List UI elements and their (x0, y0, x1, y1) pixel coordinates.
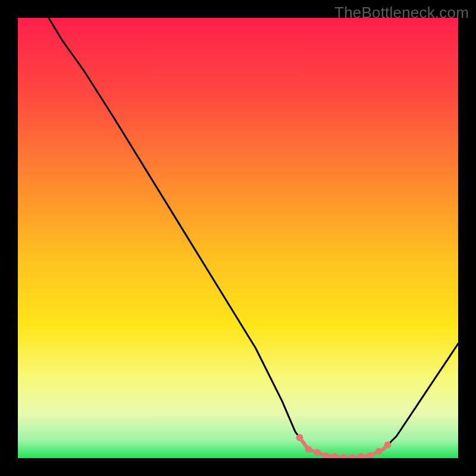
optimal-marker-dot (305, 446, 312, 453)
bottleneck-chart (18, 18, 458, 458)
gradient-plot-area (18, 18, 458, 458)
optimal-marker-dot (384, 441, 392, 449)
optimal-marker-dot (375, 448, 383, 455)
optimal-marker-dot (296, 434, 303, 441)
chart-frame: TheBottleneck.com (0, 0, 476, 476)
watermark-text: TheBottleneck.com (334, 4, 469, 22)
optimal-marker-dot (314, 449, 321, 456)
